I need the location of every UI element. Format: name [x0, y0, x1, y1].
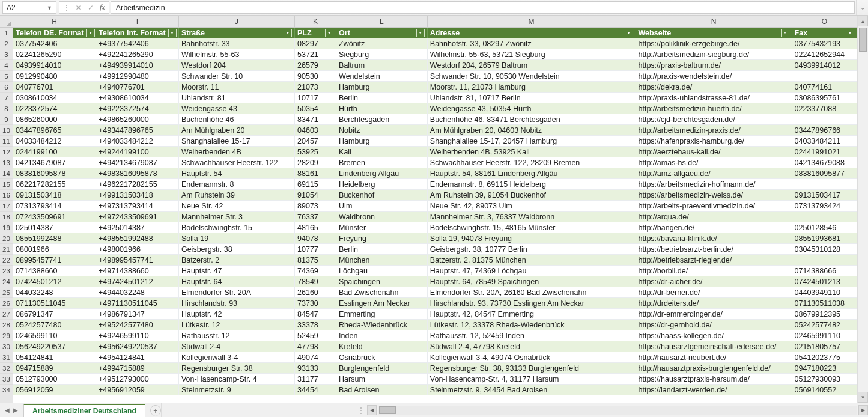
name-box[interactable]: A2 ▼ — [2, 1, 56, 14]
horizontal-scrollbar[interactable]: ⋮ ◀ ▶ — [161, 403, 868, 417]
cell[interactable]: 071130511045 — [13, 298, 96, 308]
cell[interactable]: http://aerztehaus-kall.de/ — [636, 147, 792, 157]
row-header[interactable]: 25 — [0, 287, 13, 298]
scroll-up-icon[interactable]: ▲ — [858, 16, 868, 26]
cell[interactable]: +4925014387 — [96, 222, 179, 233]
cell[interactable]: Rathausstr. 12 — [179, 330, 295, 341]
cell[interactable] — [792, 114, 857, 124]
cell[interactable]: 072433509691 — [13, 212, 96, 222]
cancel-icon[interactable]: ✕ — [76, 4, 82, 12]
cell[interactable]: Ulm — [336, 201, 428, 211]
cell[interactable]: 0223372574 — [13, 103, 96, 114]
row-header[interactable]: 22 — [0, 255, 13, 266]
row-header[interactable]: 31 — [0, 352, 13, 363]
cell[interactable]: https://cjd-berchtesgaden.de/ — [636, 114, 792, 124]
cell[interactable]: 0246599110 — [13, 330, 96, 341]
cell[interactable]: Moorstr. 11 — [179, 82, 295, 92]
cell[interactable]: Waldbronn — [336, 212, 428, 222]
cell[interactable]: Hirschlandstr. 93 — [179, 298, 295, 308]
cell[interactable]: +4971130511045 — [96, 298, 179, 308]
cell[interactable]: 0223377088 — [792, 103, 857, 114]
cell[interactable]: +49244199100 — [96, 147, 179, 157]
cell[interactable]: Regensburger Str. 38 — [179, 363, 295, 373]
cell[interactable]: +4962217282155 — [96, 179, 179, 189]
cell[interactable]: Am Mühlgraben 20, 04603 Nobitz — [428, 125, 636, 135]
cell[interactable]: 53925 — [295, 147, 336, 157]
cell[interactable]: 0244199100 — [13, 147, 96, 157]
cell[interactable]: 025014387 — [13, 222, 96, 233]
cell[interactable]: 07313793424 — [792, 201, 857, 211]
cell[interactable]: +49308610034 — [96, 93, 179, 103]
cell[interactable]: Bremen — [336, 157, 428, 168]
cell[interactable]: Solla 19, 94078 Freyung — [428, 233, 636, 243]
cell[interactable]: https://dr-aicher.de/ — [636, 276, 792, 287]
cell[interactable]: https://dr-gernhold.de/ — [636, 320, 792, 330]
cell[interactable]: Bodelschwinghstr. 15, 48165 Münster — [428, 222, 636, 233]
cell[interactable]: Am Mühlgraben 20 — [179, 125, 295, 135]
cell[interactable]: 0947180223 — [792, 363, 857, 373]
row-header[interactable]: 4 — [0, 60, 13, 71]
row-header[interactable]: 1 — [0, 28, 13, 38]
cell[interactable]: Schwachhauser Heerstr. 122, 28209 Bremen — [428, 157, 636, 168]
add-sheet-button[interactable]: + — [150, 405, 161, 416]
cell[interactable]: http://arbeitsmedizin-huerth.de/ — [636, 103, 792, 114]
cell[interactable]: https://dekra.de/ — [636, 82, 792, 92]
table-header-cell[interactable]: Ort▼ — [336, 28, 428, 38]
row-header[interactable]: 7 — [0, 93, 13, 103]
row-header[interactable]: 32 — [0, 363, 13, 374]
select-all-corner[interactable] — [0, 16, 13, 28]
cell[interactable]: 042134679087 — [13, 157, 96, 168]
cell[interactable]: 28209 — [295, 157, 336, 168]
cell[interactable]: 31177 — [295, 374, 336, 384]
cell[interactable]: 071130511038 — [792, 298, 857, 308]
cell[interactable]: 03045310128 — [792, 244, 857, 254]
cell[interactable]: 094715889 — [13, 363, 96, 373]
cell[interactable]: Schwachhauser Heerstr. 122 — [179, 157, 295, 168]
row-header[interactable]: 28 — [0, 320, 13, 330]
row-header[interactable]: 24 — [0, 276, 13, 287]
cell[interactable]: Am Ruhstein 39 — [179, 190, 295, 200]
cell[interactable]: 53721 — [295, 49, 336, 59]
cell[interactable]: +49512793000 — [96, 374, 179, 384]
cell[interactable]: Weidengasse 43, 50354 Hürth — [428, 103, 636, 114]
row-header[interactable]: 8 — [0, 103, 13, 114]
cell[interactable]: Lütkestr. 12, 33378 Rheda-Wiedenbrück — [428, 320, 636, 330]
cell[interactable]: Wilhelmstr. 55-63 — [179, 49, 295, 59]
cell[interactable]: Shanghaiallee 15-17, 20457 Hamburg — [428, 136, 636, 146]
cell[interactable]: http://praxis-wendelstein.de/ — [636, 71, 792, 81]
cell[interactable]: 05412023775 — [792, 352, 857, 362]
row-header[interactable]: 17 — [0, 201, 13, 212]
cell[interactable]: http://arbeits-praeventivmedizin.de/ — [636, 201, 792, 211]
row-header[interactable]: 19 — [0, 222, 13, 233]
cell[interactable]: 08551992488 — [13, 233, 96, 243]
row-header[interactable]: 20 — [0, 233, 13, 244]
cell[interactable]: +4986791347 — [96, 309, 179, 319]
cell[interactable]: +499131503418 — [96, 190, 179, 200]
cell[interactable]: Von-Hasencamp-Str. 4, 31177 Harsum — [428, 374, 636, 384]
cell[interactable]: Wendelstein — [336, 71, 428, 81]
cell[interactable]: 04403949110 — [792, 287, 857, 297]
cell[interactable]: https://betriebsarzt-berlin.de/ — [636, 244, 792, 254]
h-track[interactable] — [378, 406, 857, 415]
cell[interactable]: 02465991110 — [792, 330, 857, 341]
cell[interactable]: Südwall 2-4, 47798 Krefeld — [428, 341, 636, 352]
cell[interactable]: +494939914010 — [96, 60, 179, 70]
cell[interactable]: Buchenhöhe 46, 83471 Berchtesgaden — [428, 114, 636, 124]
cell[interactable]: 26579 — [295, 60, 336, 70]
cell[interactable]: 49074 — [295, 352, 336, 362]
cell[interactable]: 21073 — [295, 82, 336, 92]
row-header[interactable]: 13 — [0, 157, 13, 168]
cell[interactable]: Moorstr. 11, 21073 Hamburg — [428, 82, 636, 92]
cell[interactable]: +498551992488 — [96, 233, 179, 243]
cell[interactable]: http://bangen.de/ — [636, 222, 792, 233]
cell[interactable]: https://arbeitsmedizin-hoffmann.de/ — [636, 179, 792, 189]
cell[interactable]: Bad Arolsen — [336, 385, 428, 395]
cell[interactable]: http://drdeiters.de/ — [636, 298, 792, 308]
cell[interactable]: 083816095878 — [13, 168, 96, 178]
filter-dropdown-icon[interactable]: ▼ — [781, 29, 789, 37]
cell[interactable]: 83471 — [295, 114, 336, 124]
row-header[interactable]: 29 — [0, 330, 13, 341]
cell[interactable]: +49377542406 — [96, 38, 179, 49]
cell[interactable]: 10777 — [295, 244, 336, 254]
cell[interactable]: Mannheimer Str. 3 — [179, 212, 295, 222]
